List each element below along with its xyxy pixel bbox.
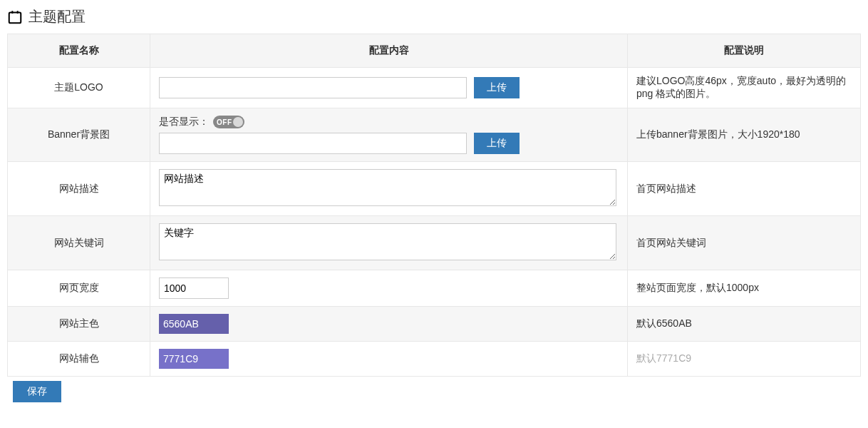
row-page-width: 网页宽度 整站页面宽度，默认1000px [8, 270, 861, 307]
logo-input[interactable] [159, 77, 467, 98]
row-site-keywords: 网站关键词 首页网站关键词 [8, 216, 861, 270]
row-desc: 首页网站关键词 [628, 216, 861, 270]
row-label: 网页宽度 [8, 270, 150, 307]
th-name: 配置名称 [8, 34, 150, 68]
row-logo: 主题LOGO 上传 建议LOGO高度46px，宽度auto，最好为透明的 png… [8, 68, 861, 108]
calendar-icon [7, 9, 23, 25]
save-button[interactable]: 保存 [13, 381, 61, 402]
config-table: 配置名称 配置内容 配置说明 主题LOGO 上传 建议LOGO高度46px，宽度… [7, 34, 861, 377]
row-desc: 默认6560AB [628, 307, 861, 342]
th-content: 配置内容 [150, 34, 628, 68]
row-desc: 默认7771C9 [628, 342, 861, 377]
row-desc: 上传banner背景图片，大小1920*180 [628, 108, 861, 162]
site-desc-textarea[interactable] [159, 169, 616, 206]
upload-button[interactable]: 上传 [474, 133, 520, 154]
th-desc: 配置说明 [628, 34, 861, 68]
row-banner: Banner背景图 是否显示： OFF 上传 上传banner背景图片，大小19… [8, 108, 861, 162]
row-label: 主题LOGO [8, 68, 150, 108]
site-keywords-textarea[interactable] [159, 223, 616, 260]
toggle-label: 是否显示： [159, 116, 209, 128]
row-label: 网站主色 [8, 307, 150, 342]
row-label: 网站辅色 [8, 342, 150, 377]
banner-toggle[interactable]: OFF [213, 116, 244, 128]
row-main-color: 网站主色 默认6560AB [8, 307, 861, 342]
page-header: 主题配置 [7, 7, 861, 26]
row-label: 网站关键词 [8, 216, 150, 270]
page-width-input[interactable] [159, 277, 229, 299]
banner-input[interactable] [159, 133, 467, 154]
page-title: 主题配置 [29, 7, 86, 26]
svg-rect-0 [9, 12, 21, 23]
upload-button[interactable]: 上传 [474, 77, 520, 98]
row-label: 网站描述 [8, 162, 150, 216]
row-desc: 整站页面宽度，默认1000px [628, 270, 861, 307]
toggle-text: OFF [213, 118, 232, 126]
row-label: Banner背景图 [8, 108, 150, 162]
row-desc: 首页网站描述 [628, 162, 861, 216]
main-color-input[interactable] [159, 314, 229, 334]
row-aux-color: 网站辅色 默认7771C9 [8, 342, 861, 377]
aux-color-input[interactable] [159, 349, 229, 369]
row-site-desc: 网站描述 首页网站描述 [8, 162, 861, 216]
row-desc: 建议LOGO高度46px，宽度auto，最好为透明的 png 格式的图片。 [628, 68, 861, 108]
toggle-knob [233, 117, 243, 127]
